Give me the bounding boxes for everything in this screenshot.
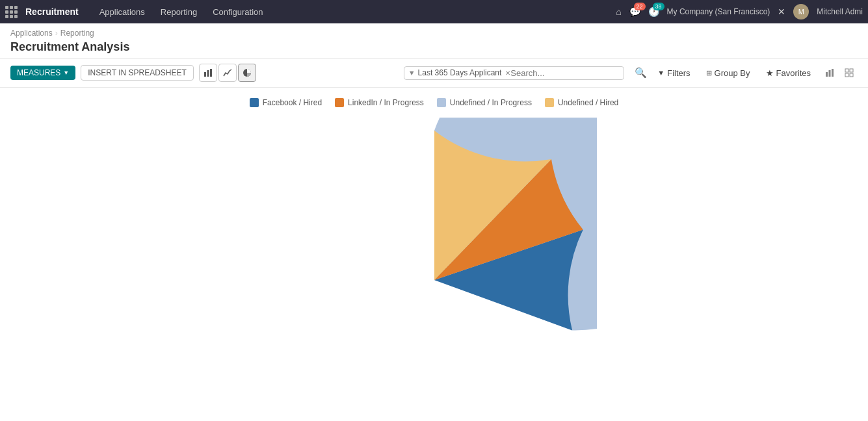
svg-rect-0 [204, 72, 206, 77]
measures-button[interactable]: MEASURES ▼ [10, 66, 75, 80]
nav-applications[interactable]: Applications [92, 0, 153, 23]
toolbar-right: ▼ Last 365 Days Applicant ✕ 🔍 ▼ Filters … [404, 64, 858, 81]
pie-chart-svg [272, 118, 597, 421]
svg-rect-7 [845, 69, 848, 72]
pie-chart-view-button[interactable] [238, 64, 256, 82]
filter-icon: ▼ [657, 69, 664, 77]
search-input[interactable] [510, 68, 620, 78]
activities-badge: 38 [653, 3, 664, 10]
legend-label-linkedin-progress: LinkedIn / In Progress [348, 98, 424, 107]
brand-label[interactable]: Recruitment [25, 6, 79, 17]
user-avatar[interactable]: M [793, 4, 809, 19]
filter-tag: Last 365 Days Applicant ✕ [418, 68, 511, 77]
nav-configuration[interactable]: Configuration [205, 0, 270, 23]
legend-label-undefined-progress: Undefined / In Progress [450, 98, 532, 107]
svg-rect-6 [832, 69, 834, 77]
svg-rect-10 [850, 73, 853, 77]
clock-icon[interactable]: 🕐 38 [648, 6, 659, 17]
company-name[interactable]: My Company (San Francisco) [667, 7, 770, 16]
legend-facebook-hired: Facebook / Hired [250, 98, 322, 107]
legend-undefined-hired: Undefined / Hired [545, 98, 618, 107]
legend-label-facebook-hired: Facebook / Hired [263, 98, 322, 107]
svg-rect-9 [845, 73, 848, 77]
star-icon: ★ [766, 68, 774, 78]
svg-rect-4 [826, 72, 828, 77]
pie-chart-container [272, 118, 597, 421]
breadcrumb-reporting[interactable]: Reporting [60, 29, 94, 38]
favorites-button[interactable]: ★ Favorites [761, 66, 816, 81]
settings-icon[interactable]: ✕ [778, 6, 785, 17]
breadcrumb: Applications › Reporting [10, 29, 858, 38]
filters-button[interactable]: ▼ Filters [652, 66, 695, 81]
legend-dot-undefined-hired [545, 98, 554, 107]
chart-legend: Facebook / Hired LinkedIn / In Progress … [250, 98, 619, 107]
chat-badge: 22 [634, 3, 646, 10]
toolbar: MEASURES ▼ INSERT IN SPREADSHEET [0, 58, 868, 88]
funnel-icon: ▼ [408, 69, 415, 77]
legend-label-undefined-hired: Undefined / Hired [558, 98, 618, 107]
legend-dot-facebook-hired [250, 98, 259, 107]
page-title: Recruitment Analysis [10, 40, 858, 58]
nav-reporting[interactable]: Reporting [153, 0, 205, 23]
bar-view-icon[interactable] [821, 64, 838, 81]
legend-dot-linkedin-progress [335, 98, 344, 107]
grid-menu-icon[interactable] [5, 6, 18, 18]
topbar-nav: Applications Reporting Configuration [92, 0, 271, 23]
insert-spreadsheet-button[interactable]: INSERT IN SPREADSHEET [81, 65, 194, 81]
breadcrumb-applications[interactable]: Applications [10, 29, 53, 38]
user-name[interactable]: Mitchell Admi [817, 7, 863, 16]
svg-rect-5 [829, 70, 831, 77]
right-view-icons [821, 64, 858, 81]
pivot-view-icon[interactable] [841, 64, 858, 81]
svg-rect-1 [207, 70, 209, 77]
topbar: Recruitment Applications Reporting Confi… [0, 0, 868, 23]
page-header: Applications › Reporting Recruitment Ana… [0, 23, 868, 58]
line-chart-view-button[interactable] [218, 64, 237, 82]
groupby-icon: ⊞ [706, 69, 712, 77]
legend-dot-undefined-progress [437, 98, 446, 107]
bar-chart-view-button[interactable] [199, 64, 217, 82]
legend-undefined-progress: Undefined / In Progress [437, 98, 532, 107]
svg-rect-2 [210, 69, 212, 77]
home-icon[interactable]: ⌂ [616, 6, 621, 17]
view-icon-group [199, 64, 256, 82]
chat-icon[interactable]: 💬 22 [629, 6, 640, 17]
filter-tag-close[interactable]: ✕ [505, 70, 510, 77]
measures-arrow-icon: ▼ [63, 70, 69, 76]
search-icon[interactable]: 🔍 [635, 67, 647, 79]
chart-area: Facebook / Hired LinkedIn / In Progress … [0, 88, 868, 421]
groupby-button[interactable]: ⊞ Group By [701, 66, 756, 81]
legend-linkedin-progress: LinkedIn / In Progress [335, 98, 424, 107]
svg-rect-8 [850, 69, 853, 72]
